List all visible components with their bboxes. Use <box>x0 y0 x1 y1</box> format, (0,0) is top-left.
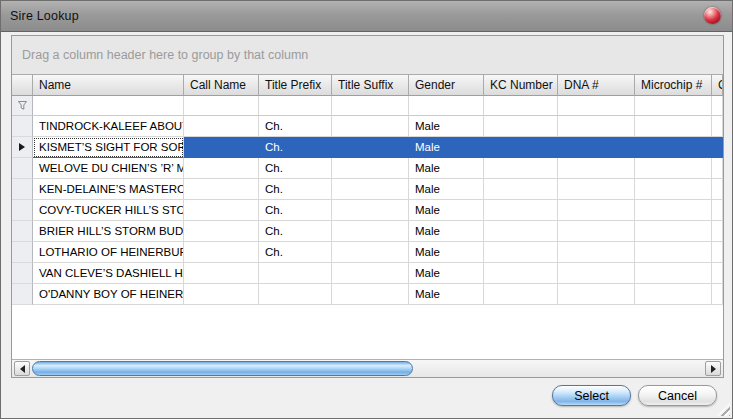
grid-cell[interactable] <box>635 116 712 137</box>
grid-cell[interactable] <box>184 242 259 263</box>
table-row[interactable]: WELOVE DU CHIEN’S ’R’ MANCh.Male <box>12 158 723 179</box>
grid-cell[interactable] <box>712 221 723 242</box>
grid-cell[interactable] <box>184 137 259 158</box>
filter-cell-call-name[interactable] <box>184 96 259 116</box>
grid-cell[interactable] <box>558 137 635 158</box>
filter-cell-title-prefix[interactable] <box>259 96 332 116</box>
grid-cell[interactable]: Ch. <box>259 200 332 221</box>
table-row[interactable]: VAN CLEVE’S DASHIELL HA...Male <box>12 263 723 284</box>
filter-cell-title-suffix[interactable] <box>332 96 409 116</box>
grid-cell[interactable] <box>184 200 259 221</box>
grid-cell[interactable] <box>484 263 558 284</box>
grid-cell[interactable] <box>558 116 635 137</box>
filter-cell-kc-number[interactable] <box>484 96 558 116</box>
grid-cell[interactable]: Male <box>409 137 484 158</box>
grid-cell[interactable]: Ch. <box>259 179 332 200</box>
table-row[interactable]: BRIER HILL’S STORM BUDDYCh.Male <box>12 221 723 242</box>
grid-cell[interactable] <box>332 242 409 263</box>
grid-cell[interactable] <box>712 200 723 221</box>
grid-cell[interactable]: Male <box>409 221 484 242</box>
grid-cell[interactable]: Male <box>409 242 484 263</box>
grid-cell[interactable] <box>332 158 409 179</box>
grid-cell[interactable]: VAN CLEVE’S DASHIELL HA... <box>33 263 184 284</box>
grid-cell[interactable] <box>484 242 558 263</box>
group-by-panel[interactable]: Drag a column header here to group by th… <box>12 36 723 74</box>
grid-cell[interactable] <box>259 263 332 284</box>
column-header-title-prefix[interactable]: Title Prefix <box>259 75 332 96</box>
grid-cell[interactable] <box>484 284 558 305</box>
table-row[interactable]: LOTHARIO OF HEINERBURGCh.Male <box>12 242 723 263</box>
grid-cell[interactable] <box>712 116 723 137</box>
grid-cell[interactable] <box>712 263 723 284</box>
grid-cell[interactable] <box>635 284 712 305</box>
column-header-call-name[interactable]: Call Name <box>184 75 259 96</box>
grid-cell[interactable] <box>332 221 409 242</box>
column-header-title-suffix[interactable]: Title Suffix <box>332 75 409 96</box>
grid-cell[interactable]: Male <box>409 284 484 305</box>
table-row[interactable]: O'DANNY BOY OF HEINERB...Male <box>12 284 723 305</box>
filter-cell-dna[interactable] <box>558 96 635 116</box>
filter-cell-microchip[interactable] <box>635 96 712 116</box>
grid-cell[interactable]: Male <box>409 158 484 179</box>
column-header-gender[interactable]: Gender <box>409 75 484 96</box>
grid-cell[interactable] <box>484 179 558 200</box>
grid-cell[interactable] <box>712 284 723 305</box>
grid-cell[interactable]: KISMET’S SIGHT FOR SORE... <box>33 137 184 158</box>
grid-cell[interactable] <box>558 221 635 242</box>
grid-cell[interactable] <box>332 116 409 137</box>
grid-cell[interactable] <box>558 263 635 284</box>
scroll-right-button[interactable] <box>705 361 721 376</box>
filter-cell-name[interactable] <box>33 96 184 116</box>
grid-cell[interactable] <box>184 263 259 284</box>
grid-cell[interactable] <box>635 221 712 242</box>
grid-cell[interactable] <box>635 179 712 200</box>
grid-cell[interactable] <box>332 200 409 221</box>
grid-cell[interactable] <box>558 200 635 221</box>
grid-cell[interactable] <box>712 137 723 158</box>
grid-cell[interactable] <box>484 137 558 158</box>
grid-cell[interactable]: Male <box>409 200 484 221</box>
grid-cell[interactable]: Male <box>409 116 484 137</box>
grid-cell[interactable] <box>558 179 635 200</box>
scrollbar-thumb[interactable] <box>32 361 413 376</box>
grid-cell[interactable]: COVY-TUCKER HILL’S STOR... <box>33 200 184 221</box>
grid-cell[interactable] <box>184 158 259 179</box>
grid-cell[interactable] <box>484 200 558 221</box>
column-header-c[interactable]: C <box>712 75 723 96</box>
grid-cell[interactable]: BRIER HILL’S STORM BUDDY <box>33 221 184 242</box>
grid-cell[interactable] <box>635 137 712 158</box>
grid-cell[interactable] <box>332 284 409 305</box>
grid-cell[interactable] <box>635 200 712 221</box>
column-header-dna[interactable]: DNA # <box>558 75 635 96</box>
grid-cell[interactable]: LOTHARIO OF HEINERBURG <box>33 242 184 263</box>
grid-cell[interactable] <box>712 242 723 263</box>
close-icon[interactable] <box>704 7 721 24</box>
column-header-kc-number[interactable]: KC Number <box>484 75 558 96</box>
table-row[interactable]: TINDROCK-KALEEF ABOUT ...Ch.Male <box>12 116 723 137</box>
table-row[interactable]: COVY-TUCKER HILL’S STOR...Ch.Male <box>12 200 723 221</box>
grid-cell[interactable] <box>332 179 409 200</box>
scroll-left-button[interactable] <box>14 361 30 376</box>
grid-cell[interactable] <box>635 263 712 284</box>
grid-cell[interactable]: KEN-DELAINE’S MASTERCH... <box>33 179 184 200</box>
horizontal-scrollbar[interactable] <box>12 359 723 377</box>
grid-cell[interactable] <box>484 116 558 137</box>
grid-cell[interactable] <box>558 284 635 305</box>
column-header-name[interactable]: Name <box>33 75 184 96</box>
grid-cell[interactable]: TINDROCK-KALEEF ABOUT ... <box>33 116 184 137</box>
grid-cell[interactable] <box>184 179 259 200</box>
grid-cell[interactable]: Ch. <box>259 116 332 137</box>
grid-cell[interactable]: Ch. <box>259 221 332 242</box>
titlebar[interactable]: Sire Lookup <box>1 1 732 32</box>
grid-cell[interactable] <box>635 242 712 263</box>
grid-cell[interactable] <box>558 158 635 179</box>
grid-cell[interactable]: Ch. <box>259 137 332 158</box>
grid-cell[interactable] <box>712 158 723 179</box>
grid-cell[interactable] <box>184 221 259 242</box>
table-row[interactable]: KISMET’S SIGHT FOR SORE...Ch.Male <box>12 137 723 158</box>
table-row[interactable]: KEN-DELAINE’S MASTERCH...Ch.Male <box>12 179 723 200</box>
grid-cell[interactable] <box>332 137 409 158</box>
grid-cell[interactable] <box>712 179 723 200</box>
filter-cell-c[interactable] <box>712 96 723 116</box>
grid-cell[interactable]: O'DANNY BOY OF HEINERB... <box>33 284 184 305</box>
